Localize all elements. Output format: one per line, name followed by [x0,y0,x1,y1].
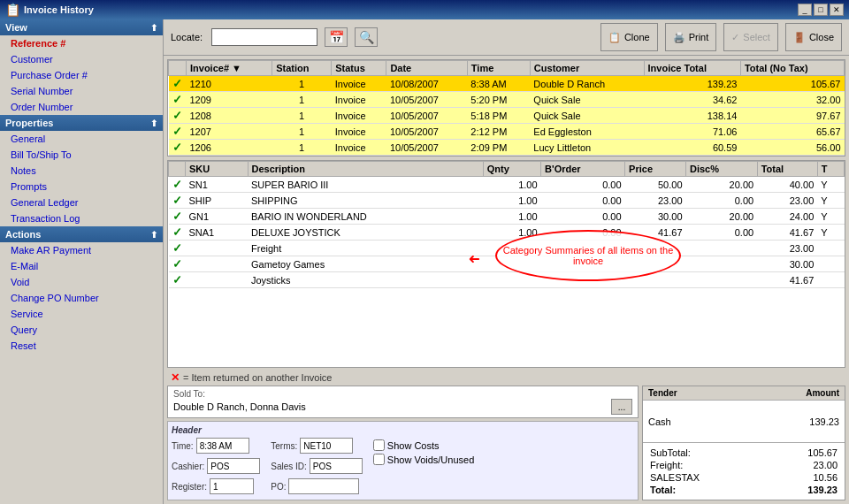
col-header-notax[interactable]: Total (No Tax) [740,61,844,76]
register-input[interactable] [210,478,254,494]
show-costs-label: Show Costs [387,440,440,451]
sidebar-item-customer[interactable]: Customer [0,51,163,67]
subtotal-row: SubTotal: 105.67 [650,447,838,459]
po-label: PO: [271,482,286,492]
row-date: 10/05/2007 [386,140,467,156]
sidebar-item-general-ledger[interactable]: General Ledger [0,195,163,210]
row-status: Invoice [332,140,386,156]
line-col-border[interactable]: B'Order [541,162,625,177]
tender-panel: Tender Amount Cash 139.23 SubTotal: 105.… [642,386,845,500]
maximize-button[interactable]: □ [814,4,828,16]
line-col-qnty[interactable]: Qnty [483,162,540,177]
line-table-row[interactable]: ✓ Joysticks 41.67 [169,272,845,288]
line-table-row[interactable]: ✓ SHIP SHIPPING 1.00 0.00 23.00 0.00 23.… [169,193,845,209]
row-invoice: 1207 [187,124,272,140]
terms-input[interactable] [300,438,353,454]
sidebar-item-query[interactable]: Query [0,322,163,338]
line-t: Y [817,193,844,209]
sales-id-input[interactable] [310,458,363,474]
line-table-row[interactable]: ✓ Gametoy Games 30.00 [169,256,845,272]
line-check: ✓ [169,272,186,288]
row-check: ✓ [169,92,187,108]
po-input[interactable] [288,478,359,494]
line-col-desc[interactable]: Description [248,162,483,177]
time-input[interactable] [196,438,249,454]
print-button[interactable]: 🖨️ Print [665,23,717,51]
row-total: 34.62 [644,92,740,108]
line-col-disc[interactable]: Disc% [686,162,758,177]
sidebar-item-notes[interactable]: Notes [0,163,163,179]
actions-chevron-icon: ⬆ [150,230,157,240]
sidebar-item-change-po[interactable]: Change PO Number [0,290,163,306]
sidebar-item-void[interactable]: Void [0,274,163,290]
line-table-row[interactable]: ✓ GN1 BARIO IN WONDERLAND 1.00 0.00 30.0… [169,209,845,225]
row-invoice: 1208 [187,108,272,124]
col-header-invoice[interactable]: Invoice# ▼ [187,61,272,76]
invoice-table-row[interactable]: ✓ 1206 1 Invoice 10/05/2007 2:09 PM Lucy… [169,140,845,156]
window-close-button[interactable]: ✕ [830,4,844,16]
terms-field-row: Terms: [271,438,363,454]
properties-section-header[interactable]: Properties ⬆ [0,115,163,131]
sidebar-item-serial-number[interactable]: Serial Number [0,83,163,99]
line-total: 41.67 [757,225,817,241]
line-table-row[interactable]: ✓ Freight 23.00 [169,241,845,256]
sales-id-field-row: Sales ID: [271,458,363,474]
legend-text: = Item returned on another Invoice [183,372,332,383]
col-header-time[interactable]: Time [467,61,530,76]
line-qnty: 1.00 [483,177,540,193]
sold-to-browse-button[interactable]: ... [611,399,632,415]
line-price: 50.00 [625,177,686,193]
row-check: ✓ [169,108,187,124]
select-button[interactable]: ✓ Select [723,23,778,51]
line-table-row[interactable]: ✓ SNA1 DELUXE JOYSTICK 1.00 0.00 41.67 0… [169,225,845,241]
col-header-date[interactable]: Date [386,61,467,76]
row-date: 10/05/2007 [386,92,467,108]
actions-section-header[interactable]: Actions ⬆ [0,226,163,242]
window-controls: _ □ ✕ [798,4,844,16]
line-border [541,256,625,272]
line-col-price[interactable]: Price [625,162,686,177]
close-button[interactable]: 🚪 Close [785,23,842,51]
sidebar-item-prompts[interactable]: Prompts [0,179,163,195]
col-header-station[interactable]: Station [272,61,332,76]
sidebar-item-service[interactable]: Service [0,306,163,322]
search-icon-button[interactable]: 🔍 [355,27,378,47]
sidebar-item-transaction-log[interactable]: Transaction Log [0,210,163,226]
invoice-table-row[interactable]: ✓ 1207 1 Invoice 10/05/2007 2:12 PM Ed E… [169,124,845,140]
col-header-customer[interactable]: Customer [530,61,644,76]
line-qnty: 1.00 [483,225,540,241]
sidebar-item-reset[interactable]: Reset [0,338,163,354]
sidebar-item-order-number[interactable]: Order Number [0,99,163,115]
cashier-input[interactable] [207,458,260,474]
sidebar-item-make-ar-payment[interactable]: Make AR Payment [0,242,163,258]
invoice-table-row[interactable]: ✓ 1208 1 Invoice 10/05/2007 5:18 PM Quic… [169,108,845,124]
invoice-table-row[interactable]: ✓ 1209 1 Invoice 10/05/2007 5:20 PM Quic… [169,92,845,108]
line-col-t[interactable]: T [817,162,844,177]
line-col-total[interactable]: Total [757,162,817,177]
line-table-row[interactable]: ✓ SN1 SUPER BARIO III 1.00 0.00 50.00 20… [169,177,845,193]
col-header-status[interactable]: Status [332,61,386,76]
clone-button[interactable]: 📋 Clone [600,23,658,51]
line-qnty: 1.00 [483,209,540,225]
bottom-section: Sold To: Double D Ranch, Donna Davis ...… [167,386,845,500]
total-row: Total: 139.23 [650,484,838,496]
sidebar-item-email[interactable]: E-Mail [0,258,163,274]
locate-input[interactable] [211,28,317,46]
line-check: ✓ [169,225,186,241]
view-section-header[interactable]: View ⬆ [0,19,163,35]
row-notax: 97.67 [740,108,844,124]
line-sku: SN1 [186,177,249,193]
tender-col-header: Tender [643,386,738,401]
show-voids-checkbox[interactable] [373,454,385,465]
sidebar-item-general[interactable]: General [0,131,163,147]
col-header-total[interactable]: Invoice Total [644,61,740,76]
calendar-icon-button[interactable]: 📅 [325,27,348,47]
invoice-table-row[interactable]: ✓ 1210 1 Invoice 10/08/2007 8:38 AM Doub… [169,76,845,92]
line-desc: DELUXE JOYSTICK [248,225,483,241]
sidebar-item-purchase-order[interactable]: Purchase Order # [0,67,163,83]
show-costs-checkbox[interactable] [373,439,385,451]
sidebar-item-reference[interactable]: Reference # [0,35,163,51]
minimize-button[interactable]: _ [798,4,812,16]
line-col-sku[interactable]: SKU [186,162,249,177]
sidebar-item-bill-ship[interactable]: Bill To/Ship To [0,147,163,163]
